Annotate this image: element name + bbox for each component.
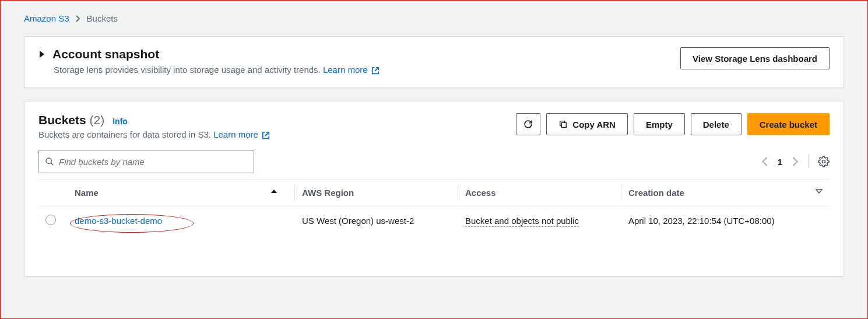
search-input-wrapper[interactable]	[38, 150, 254, 173]
buckets-subtitle: Buckets are containers for data stored i…	[38, 129, 270, 139]
buckets-table: Name AWS Region Access	[38, 179, 830, 235]
copy-icon	[558, 120, 568, 129]
create-bucket-button[interactable]: Create bucket	[747, 113, 830, 135]
col-name[interactable]: Name	[68, 180, 295, 206]
chevron-right-icon	[75, 15, 81, 22]
breadcrumb: Amazon S3 Buckets	[24, 13, 844, 23]
pagination: 1	[761, 155, 830, 169]
external-link-icon	[371, 66, 379, 75]
row-select-radio[interactable]	[45, 215, 56, 225]
bucket-name-link[interactable]: demo-s3-bucket-demo	[75, 216, 162, 226]
col-created[interactable]: Creation date	[621, 180, 830, 206]
buckets-info-link[interactable]: Info	[113, 117, 128, 126]
snapshot-learn-more-link[interactable]: Learn more	[323, 65, 379, 75]
bucket-access: Bucket and objects not public	[465, 216, 579, 227]
account-snapshot-panel: Account snapshot Storage lens provides v…	[24, 36, 844, 88]
buckets-panel: Buckets (2) Info Buckets are containers …	[24, 101, 844, 276]
external-link-icon	[262, 131, 270, 139]
view-storage-lens-button[interactable]: View Storage Lens dashboard	[680, 47, 830, 69]
buckets-actions: Copy ARN Empty Delete Create bucket	[516, 113, 830, 135]
svg-point-1	[46, 158, 51, 163]
sort-asc-icon	[270, 188, 277, 195]
svg-rect-0	[562, 122, 567, 127]
table-row: demo-s3-bucket-demo US West (Oregon) us-…	[38, 206, 830, 236]
breadcrumb-current: Buckets	[87, 13, 118, 23]
breadcrumb-root[interactable]: Amazon S3	[24, 13, 69, 23]
gear-icon	[818, 156, 830, 167]
page-next-button[interactable]	[792, 156, 799, 167]
empty-button[interactable]: Empty	[634, 113, 685, 135]
refresh-icon	[523, 119, 533, 129]
col-access[interactable]: Access	[458, 180, 621, 206]
sort-icon	[816, 188, 823, 195]
refresh-button[interactable]	[516, 113, 540, 135]
buckets-title: Buckets (2)	[38, 113, 104, 127]
page-prev-button[interactable]	[761, 156, 768, 167]
divider	[808, 155, 809, 169]
snapshot-subtitle: Storage lens provides visibility into st…	[54, 65, 379, 75]
delete-button[interactable]: Delete	[691, 113, 742, 135]
snapshot-title[interactable]: Account snapshot	[38, 47, 379, 61]
buckets-count: (2)	[90, 113, 105, 127]
buckets-learn-more-link[interactable]: Learn more	[213, 129, 270, 139]
bucket-region: US West (Oregon) us-west-2	[295, 206, 458, 236]
search-input[interactable]	[59, 157, 248, 167]
svg-point-2	[823, 160, 825, 163]
col-region[interactable]: AWS Region	[295, 180, 458, 206]
bucket-created: April 10, 2023, 22:10:54 (UTC+08:00)	[621, 206, 830, 236]
caret-right-icon	[38, 50, 45, 58]
search-icon	[45, 157, 54, 166]
copy-arn-button[interactable]: Copy ARN	[546, 113, 628, 135]
page-number: 1	[778, 157, 782, 167]
settings-button[interactable]	[818, 156, 830, 167]
